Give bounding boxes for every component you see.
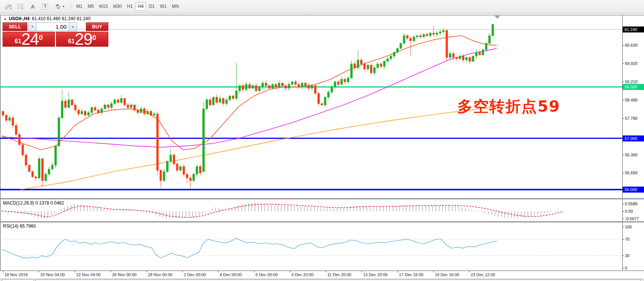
price-tick-label: 56.360 xyxy=(625,152,638,157)
rsi-label: RSI(14) 65.7960 xyxy=(3,224,36,229)
timeframe-button-m15[interactable]: M15 xyxy=(97,2,110,11)
sell-price-prefix: 61 xyxy=(15,38,21,44)
sell-price-big: 24 xyxy=(21,32,39,46)
toolbar: E F A T ▼ M1M5M15M30H1H4D1W xyxy=(0,0,644,13)
svg-text:E: E xyxy=(10,7,12,10)
time-tick-label: 9 Dec 20:00 xyxy=(291,272,313,277)
equidistant-channel-icon[interactable]: E xyxy=(2,1,14,12)
price-tick-label: 57.780 xyxy=(625,116,638,121)
chart-tab-area[interactable] xyxy=(35,279,641,281)
timeframe-toolbar: M1M5M15M30H1H4D1W1MN xyxy=(74,2,182,11)
buy-price-superscript: 0 xyxy=(92,34,96,41)
time-tick-label: 6 Dec 00:00 xyxy=(256,272,278,277)
macd-tick-label: 0.5586 xyxy=(625,201,638,206)
timeframe-button-m5[interactable]: M5 xyxy=(86,2,96,11)
text-label-icon[interactable]: A xyxy=(27,1,39,12)
rsi-tick-label: 0 xyxy=(625,265,627,271)
collapse-triangle-icon[interactable]: ▲ xyxy=(4,17,7,21)
timeframe-button-h4[interactable]: H4 xyxy=(136,2,146,11)
buy-price-tile[interactable]: 61 29 0 xyxy=(56,32,108,47)
current-price-badge: 61.240 xyxy=(623,26,644,32)
macd-tick-label: -0.5677 xyxy=(625,216,639,221)
rsi-tick-label: 70 xyxy=(625,237,629,242)
sell-price-tile[interactable]: 61 24 0 xyxy=(3,32,55,47)
time-tick-label: 22 Nov 04:00 xyxy=(76,272,100,277)
time-tick-label: 4 Dec 00:00 xyxy=(220,272,242,277)
time-tick-label: 11 Dec 20:00 xyxy=(327,272,352,277)
macd-tick-label: 0.00 xyxy=(625,209,633,214)
symbol-title: USOil-,H4 xyxy=(9,16,30,21)
arrow-objects-icon[interactable]: ▼ xyxy=(52,1,68,12)
sell-price-superscript: 0 xyxy=(39,34,43,41)
time-tick-label: 2 Dec 00:00 xyxy=(184,272,206,277)
time-tick-label: 23 Dec 12:00 xyxy=(471,272,495,277)
macd-panel-canvas[interactable] xyxy=(0,199,622,221)
level-price-badge: 55.000 xyxy=(623,187,644,193)
rsi-tick-label: 30 xyxy=(625,253,629,258)
rsi-tick-label: 100 xyxy=(625,224,632,230)
timeframe-button-h1[interactable]: H1 xyxy=(125,2,135,11)
timeframe-button-m1[interactable]: M1 xyxy=(74,2,85,11)
fibonacci-retracement-icon[interactable]: F xyxy=(15,1,27,12)
time-tick-label: 28 Nov 00:00 xyxy=(148,272,172,277)
timeframe-button-mn[interactable]: MN xyxy=(170,2,181,11)
plot-right-border xyxy=(622,15,623,271)
toolbar-grip[interactable] xyxy=(70,2,72,11)
price-tick-label: 60.630 xyxy=(625,43,638,48)
price-tick-label: 55.650 xyxy=(625,170,638,175)
text-box-icon[interactable]: T xyxy=(39,1,51,12)
price-tick-label: 59.920 xyxy=(625,61,638,66)
chart-title-bar: ▲ USOil-,H4 61.410 61.460 61.240 61.240 xyxy=(4,16,90,21)
time-tick-label: 13 Dec 20:00 xyxy=(363,272,387,277)
chevron-down-icon: ▼ xyxy=(62,5,65,8)
chart-text-annotation: 多空转折点59 xyxy=(457,96,560,117)
level-price-badge: 57.000 xyxy=(623,135,644,141)
time-tick-label: 20 Nov 04:00 xyxy=(40,272,65,277)
rsi-panel-canvas[interactable] xyxy=(0,222,622,271)
ohlc-values: 61.410 61.460 61.240 61.240 xyxy=(32,16,90,21)
time-tick-label: 18 Nov 2019 xyxy=(4,272,28,277)
mt4-window: E F A T ▼ M1M5M15M30H1H4D1W xyxy=(0,0,644,281)
price-tick-label: 58.490 xyxy=(625,97,638,103)
buy-price-big: 29 xyxy=(75,32,92,46)
price-tick-label: 59.210 xyxy=(625,79,638,84)
buy-price-prefix: 61 xyxy=(68,38,75,44)
timeframe-button-m30[interactable]: M30 xyxy=(111,2,124,11)
one-click-trading-panel: SELL ▼ ▲ BUY 61 24 0 61 29 0 xyxy=(3,22,109,47)
time-tick-label: 26 Nov 00:00 xyxy=(112,272,136,277)
svg-text:F: F xyxy=(22,7,23,10)
level-price-badge: 59.000 xyxy=(623,84,644,90)
timeframe-button-w1[interactable]: W1 xyxy=(158,2,169,11)
timeframe-button-d1[interactable]: D1 xyxy=(147,2,157,11)
macd-label: MACD(12,26,9) 0.1378 0.0462 xyxy=(3,200,64,206)
volume-input[interactable] xyxy=(37,22,69,31)
chart-tab[interactable] xyxy=(2,279,34,281)
time-tick-label: 19 Dec 16:00 xyxy=(435,272,459,277)
time-tick-label: 17 Dec 16:00 xyxy=(399,272,423,277)
